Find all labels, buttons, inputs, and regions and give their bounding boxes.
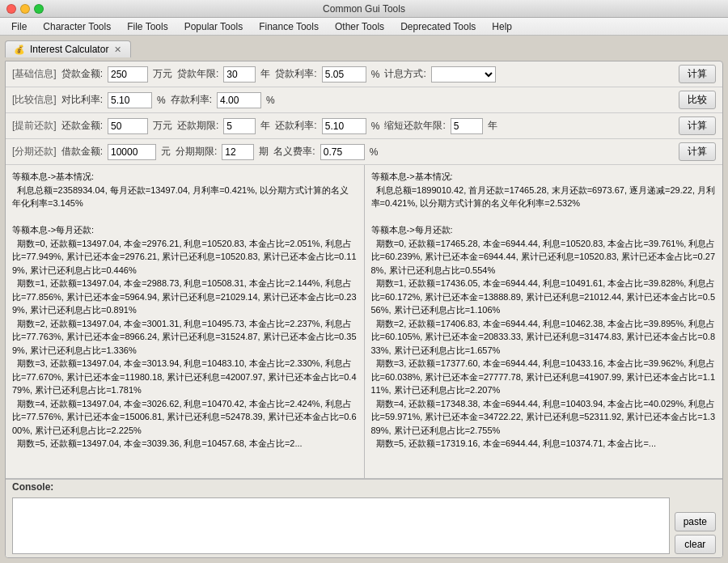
- repay-rate-unit: %: [371, 121, 380, 132]
- tab-bar: 💰 Interest Calculator ✕: [5, 40, 723, 57]
- tab-close-button[interactable]: ✕: [113, 44, 122, 55]
- fee-rate-label: 名义费率:: [273, 145, 315, 159]
- console-inner: paste clear: [6, 494, 722, 557]
- window-controls: [6, 4, 44, 14]
- loan-amount-label: 贷款金额:: [61, 67, 103, 81]
- minimize-button[interactable]: [20, 4, 30, 14]
- menu-character-tools[interactable]: Character Tools: [35, 19, 119, 34]
- installment-period-unit: 期: [259, 145, 269, 159]
- method-label: 计息方式:: [384, 67, 425, 81]
- repay-period-label: 还款期限:: [177, 119, 218, 133]
- borrow-amount-input[interactable]: [108, 144, 156, 160]
- compare-rate-unit: %: [157, 95, 166, 106]
- compare-rate-input[interactable]: [108, 92, 152, 108]
- shorten-label: 缩短还款年限:: [384, 119, 445, 133]
- loan-rate-input[interactable]: [322, 66, 366, 83]
- maximize-button[interactable]: [34, 4, 44, 14]
- loan-rate-unit: %: [371, 69, 380, 80]
- basic-info-row: [基础信息] 贷款金额: 万元 贷款年限: 年 贷款利率: % 计息方式: 计算: [6, 61, 722, 87]
- basic-info-label: [基础信息]: [12, 67, 57, 81]
- loan-rate-label: 贷款利率:: [275, 67, 316, 81]
- installment-calc-button[interactable]: 计算: [679, 142, 716, 161]
- installment-row: [分期还款] 借款金额: 元 分期期限: 期 名义费率: % 计算: [6, 139, 722, 165]
- fee-rate-input[interactable]: [320, 144, 365, 160]
- early-repay-label: [提前还款]: [12, 119, 57, 133]
- window-title: Common Gui Tools: [323, 3, 405, 15]
- borrow-amount-unit: 元: [161, 145, 171, 159]
- compare-info-label: [比较信息]: [12, 93, 57, 107]
- result-right[interactable]: 等额本息->基本情况: 利息总额=1899010.42, 首月还款=17465.…: [365, 165, 723, 478]
- loan-amount-input[interactable]: [108, 66, 148, 83]
- main-area: 💰 Interest Calculator ✕ [基础信息] 贷款金额: 万元 …: [0, 36, 728, 563]
- content-panel: [基础信息] 贷款金额: 万元 贷款年限: 年 贷款利率: % 计息方式: 计算…: [5, 61, 723, 558]
- loan-amount-unit: 万元: [153, 67, 172, 81]
- deposit-rate-unit: %: [266, 95, 275, 106]
- menu-popular-tools[interactable]: Popular Tools: [176, 19, 252, 34]
- console-label: Console:: [6, 480, 722, 494]
- loan-term-label: 贷款年限:: [177, 67, 218, 81]
- basic-calc-button[interactable]: 计算: [679, 65, 716, 83]
- tab-label: Interest Calculator: [30, 44, 108, 55]
- fee-rate-unit: %: [370, 146, 379, 158]
- shorten-unit: 年: [488, 119, 497, 133]
- method-select[interactable]: [431, 66, 496, 83]
- compare-rate-label: 对比利率:: [61, 93, 103, 107]
- early-repay-row: [提前还款] 还款金额: 万元 还款期限: 年 还款利率: % 缩短还款年限: …: [6, 113, 722, 139]
- deposit-rate-input[interactable]: [217, 92, 261, 108]
- loan-term-input[interactable]: [223, 66, 256, 83]
- installment-label: [分期还款]: [12, 145, 57, 159]
- repay-rate-input[interactable]: [322, 118, 366, 134]
- close-button[interactable]: [6, 4, 16, 14]
- console-buttons: paste clear: [675, 512, 716, 554]
- results-area: 等额本息->基本情况: 利息总额=2358934.04, 每月还款=13497.…: [6, 165, 722, 479]
- compare-button[interactable]: 比较: [679, 91, 716, 109]
- deposit-rate-label: 存款利率:: [171, 93, 212, 107]
- early-repay-calc-button[interactable]: 计算: [679, 116, 716, 135]
- interest-calculator-tab[interactable]: 💰 Interest Calculator ✕: [5, 40, 131, 57]
- clear-button[interactable]: clear: [675, 535, 716, 554]
- loan-term-unit: 年: [260, 67, 270, 81]
- menu-finance-tools[interactable]: Finance Tools: [251, 19, 327, 34]
- compare-info-row: [比较信息] 对比利率: % 存款利率: % 比较: [6, 87, 722, 113]
- repay-period-input[interactable]: [223, 118, 256, 134]
- menu-file[interactable]: File: [3, 19, 35, 34]
- menubar: File Character Tools File Tools Popular …: [0, 18, 728, 36]
- menu-other-tools[interactable]: Other Tools: [327, 19, 392, 34]
- shorten-input[interactable]: [451, 118, 483, 134]
- installment-period-label: 分期期限:: [176, 145, 217, 159]
- menu-deprecated-tools[interactable]: Deprecated Tools: [392, 19, 484, 34]
- titlebar: Common Gui Tools: [0, 0, 728, 18]
- paste-button[interactable]: paste: [675, 512, 716, 531]
- repay-amount-label: 还款金额:: [61, 119, 103, 133]
- repay-rate-label: 还款利率:: [275, 119, 316, 133]
- result-left[interactable]: 等额本息->基本情况: 利息总额=2358934.04, 每月还款=13497.…: [6, 165, 365, 478]
- menu-file-tools[interactable]: File Tools: [119, 19, 176, 34]
- repay-period-unit: 年: [260, 119, 270, 133]
- borrow-amount-label: 借款金额:: [61, 145, 103, 159]
- menu-help[interactable]: Help: [484, 19, 520, 34]
- calculator-icon: 💰: [14, 44, 25, 55]
- console-input[interactable]: [12, 497, 670, 554]
- repay-amount-unit: 万元: [153, 119, 172, 133]
- installment-period-input[interactable]: [222, 144, 254, 160]
- console-area: Console: paste clear: [6, 479, 722, 557]
- repay-amount-input[interactable]: [108, 118, 148, 134]
